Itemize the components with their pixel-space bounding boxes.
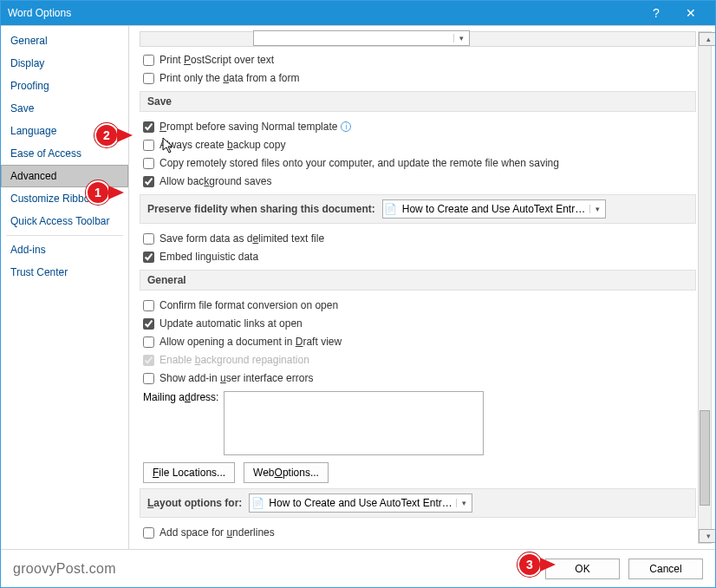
dropdown-layout-document[interactable]: 📄 How to Create and Use AutoText Entrie.…: [249, 493, 472, 513]
sidebar-item-display[interactable]: Display: [1, 52, 128, 75]
checkbox-backup-copy[interactable]: [143, 140, 154, 151]
opt-embed-linguistic[interactable]: Embed linguistic data: [143, 249, 696, 265]
opt-add-space-underlines[interactable]: Add space for underlines: [143, 525, 696, 540]
mailing-address-label: Mailing address:: [143, 391, 218, 403]
checkbox-embed-linguistic[interactable]: [143, 252, 154, 263]
section-general: General: [140, 270, 696, 291]
web-options-button[interactable]: Web Options...: [244, 462, 329, 483]
opt-confirm-format[interactable]: Confirm file format conversion on open: [143, 297, 696, 313]
opt-allow-bg-saves[interactable]: Allow background saves: [143, 173, 696, 189]
opt-print-postscript[interactable]: Print PostScript over text: [143, 52, 696, 68]
close-button[interactable]: ✕: [674, 1, 708, 25]
window-title: Word Options: [8, 7, 639, 19]
sidebar-separator: [6, 235, 123, 236]
sidebar-item-save[interactable]: Save: [1, 97, 128, 120]
checkbox-allow-draft[interactable]: [143, 336, 154, 348]
sidebar-item-addins[interactable]: Add-ins: [1, 238, 128, 261]
section-layout-options: Layout options for: 📄 How to Create and …: [140, 488, 696, 518]
checkbox-confirm-format[interactable]: [143, 300, 154, 311]
opt-show-addin-errors[interactable]: Show add-in user interface errors: [143, 370, 696, 386]
watermark: groovyPost.com: [13, 561, 116, 577]
checkbox-enable-repag: [143, 355, 154, 366]
word-doc-icon: 📄: [250, 497, 265, 509]
checkbox-update-links[interactable]: [143, 318, 154, 330]
sidebar-item-customize-ribbon[interactable]: Customize Ribbon: [1, 187, 128, 210]
section-preserve-fidelity: Preserve fidelity when sharing this docu…: [140, 194, 696, 224]
titlebar: Word Options ? ✕: [1, 1, 715, 25]
help-button[interactable]: ?: [639, 1, 674, 25]
sidebar-item-quick-access-toolbar[interactable]: Quick Access Toolbar: [1, 210, 128, 232]
truncated-dropdown[interactable]: ▾: [253, 30, 470, 46]
checkbox-copy-remote[interactable]: [143, 158, 154, 169]
scroll-up-button[interactable]: ▴: [699, 32, 715, 46]
sidebar-item-trust-center[interactable]: Trust Center: [1, 261, 128, 284]
dropdown-fidelity-document[interactable]: 📄 How to Create and Use AutoText Entrie.…: [382, 199, 606, 219]
mailing-address-textarea[interactable]: [224, 391, 484, 455]
opt-save-form-data[interactable]: Save form data as delimited text file: [143, 231, 696, 246]
word-doc-icon: 📄: [383, 203, 399, 215]
ok-button[interactable]: OK: [545, 559, 620, 579]
sidebar-item-ease-of-access[interactable]: Ease of Access: [1, 142, 128, 165]
opt-print-data-form[interactable]: Print only the data from a form: [143, 70, 696, 86]
vertical-scrollbar[interactable]: ▴ ▾: [698, 31, 712, 544]
opt-enable-repag: Enable background repagination: [143, 352, 696, 368]
checkbox-allow-bg-saves[interactable]: [143, 176, 154, 187]
scroll-track[interactable]: [699, 46, 711, 529]
opt-prompt-normal[interactable]: Prompt before saving Normal template i: [143, 119, 696, 134]
opt-update-links[interactable]: Update automatic links at open: [143, 316, 696, 331]
sidebar-item-proofing[interactable]: Proofing: [1, 75, 128, 97]
category-sidebar: General Display Proofing Save Language E…: [1, 26, 129, 549]
checkbox-prompt-normal[interactable]: [143, 121, 154, 133]
sidebar-item-general[interactable]: General: [1, 29, 128, 52]
info-icon[interactable]: i: [341, 121, 351, 132]
options-panel: ▾ Print PostScript over text Print only …: [129, 26, 715, 549]
checkbox-print-data-form[interactable]: [143, 73, 154, 84]
mailing-address-row: Mailing address:: [143, 391, 696, 455]
scroll-thumb[interactable]: [700, 410, 710, 506]
opt-allow-draft[interactable]: Allow opening a document in Draft view: [143, 334, 696, 350]
file-locations-button[interactable]: File Locations...: [143, 462, 235, 483]
word-options-dialog: Word Options ? ✕ General Display Proofin…: [0, 0, 716, 588]
section-save: Save: [140, 91, 696, 112]
sidebar-item-advanced[interactable]: Advanced: [1, 165, 128, 187]
checkbox-add-space-underlines[interactable]: [143, 527, 154, 539]
checkbox-show-addin-errors[interactable]: [143, 373, 154, 384]
dialog-footer: groovyPost.com OK Cancel: [1, 549, 715, 587]
opt-backup-copy[interactable]: Always create backup copy: [143, 137, 696, 153]
chevron-down-icon: ▾: [456, 499, 472, 507]
checkbox-print-postscript[interactable]: [143, 55, 154, 66]
opt-copy-remote[interactable]: Copy remotely stored files onto your com…: [143, 155, 696, 171]
scroll-down-button[interactable]: ▾: [699, 529, 715, 543]
cancel-button[interactable]: Cancel: [628, 559, 703, 579]
checkbox-save-form-data[interactable]: [143, 233, 154, 245]
sidebar-item-language[interactable]: Language: [1, 120, 128, 142]
chevron-down-icon: ▾: [589, 205, 605, 213]
